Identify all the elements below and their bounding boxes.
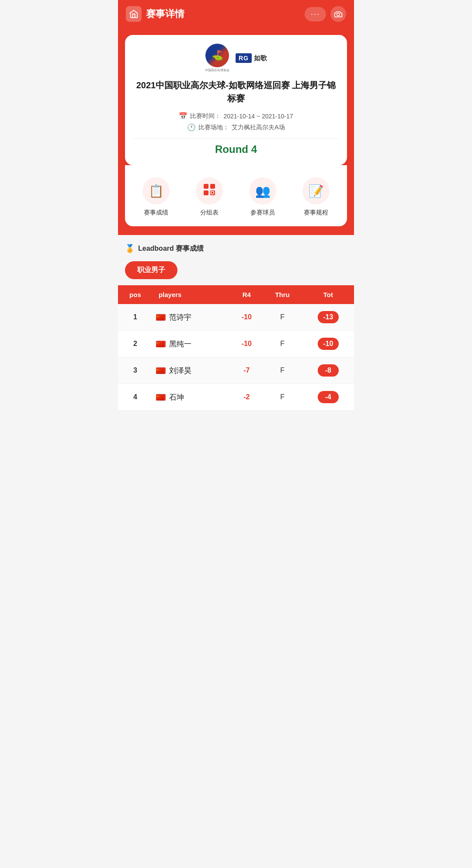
actions-wrap: 📋 赛事成绩 分组表 bbox=[118, 165, 354, 235]
scores-label: 赛事成绩 bbox=[144, 209, 168, 217]
svg-rect-1 bbox=[204, 184, 208, 189]
tot-cell: -4 bbox=[302, 384, 354, 411]
players-label: 参赛球员 bbox=[250, 209, 275, 217]
groups-icon bbox=[203, 183, 216, 199]
home-button[interactable] bbox=[126, 6, 142, 22]
date-value: 2021-10-14 ~ 2021-10-17 bbox=[223, 113, 293, 120]
col-pos: pos bbox=[118, 285, 153, 304]
table-header-row: pos players R4 Thru Tot bbox=[118, 285, 354, 304]
r4-cell: -7 bbox=[231, 357, 262, 384]
leaderboard-table: pos players R4 Thru Tot 1 范诗宇 -10 F -13 bbox=[118, 285, 354, 411]
logos-row: ⛳ 中国高尔夫球协会 RG 如歌 bbox=[134, 44, 338, 73]
action-groups[interactable]: 分组表 bbox=[196, 177, 223, 217]
col-tot: Tot bbox=[302, 285, 354, 304]
cga-circle: ⛳ bbox=[205, 44, 229, 67]
player-name-wrap: 范诗宇 bbox=[156, 312, 227, 322]
rules-icon: 📝 bbox=[309, 184, 324, 198]
tot-cell: -10 bbox=[302, 331, 354, 357]
action-rules[interactable]: 📝 赛事规程 bbox=[302, 177, 330, 217]
svg-rect-3 bbox=[204, 190, 208, 195]
event-title: 2021中国职业高尔夫球-如歌网络巡回赛 上海男子锦标赛 bbox=[134, 79, 338, 105]
player-cell: 石坤 bbox=[153, 384, 231, 411]
cga-text: 中国高尔夫球协会 bbox=[205, 68, 229, 73]
player-name: 范诗宇 bbox=[169, 312, 191, 322]
card-divider bbox=[134, 138, 338, 139]
rules-icon-wrap: 📝 bbox=[302, 177, 330, 204]
thru-cell: F bbox=[262, 357, 302, 384]
player-name-wrap: 刘泽昊 bbox=[156, 366, 227, 376]
player-cell: 黑纯一 bbox=[153, 331, 231, 357]
thru-cell: F bbox=[262, 331, 302, 357]
event-card: ⛳ 中国高尔夫球协会 RG 如歌 2021中国职业高尔夫球-如歌网络巡回赛 上海… bbox=[125, 35, 347, 165]
leaderboard-section: 🏅 Leadboard 赛事成绩 职业男子 pos players R4 Thr… bbox=[118, 235, 354, 411]
player-cell: 范诗宇 bbox=[153, 304, 231, 331]
more-icon: ··· bbox=[311, 10, 320, 19]
col-thru: Thru bbox=[262, 285, 302, 304]
table-row[interactable]: 1 范诗宇 -10 F -13 bbox=[118, 304, 354, 331]
flag-icon bbox=[156, 394, 166, 401]
scores-icon: 📋 bbox=[149, 184, 164, 198]
rules-label: 赛事规程 bbox=[304, 209, 328, 217]
col-r4: R4 bbox=[231, 285, 262, 304]
tot-badge: -4 bbox=[318, 391, 339, 403]
calendar-icon: 📅 bbox=[179, 112, 187, 120]
table-row[interactable]: 2 黑纯一 -10 F -10 bbox=[118, 331, 354, 357]
filter-wrap: 职业男子 bbox=[118, 259, 354, 285]
tot-badge: -8 bbox=[318, 364, 339, 377]
rg-logo: RG 如歌 bbox=[236, 53, 267, 63]
venue-icon: 🕐 bbox=[187, 123, 196, 131]
page-title: 赛事详情 bbox=[146, 7, 184, 21]
app-header: 赛事详情 ··· bbox=[118, 0, 354, 28]
pos-cell: 2 bbox=[118, 331, 153, 357]
section-header: 🏅 Leadboard 赛事成绩 bbox=[118, 242, 354, 259]
player-cell: 刘泽昊 bbox=[153, 357, 231, 384]
players-icon-wrap: 👥 bbox=[249, 177, 276, 204]
tot-badge: -13 bbox=[318, 311, 339, 323]
flag-icon bbox=[156, 314, 166, 321]
action-players[interactable]: 👥 参赛球员 bbox=[249, 177, 276, 217]
venue-label: 比赛场地： bbox=[198, 124, 229, 131]
venue-value: 艾力枫社高尔夫A场 bbox=[232, 124, 285, 131]
pos-cell: 1 bbox=[118, 304, 153, 331]
actions-grid: 📋 赛事成绩 分组表 bbox=[125, 165, 347, 226]
event-card-wrap: ⛳ 中国高尔夫球协会 RG 如歌 2021中国职业高尔夫球-如歌网络巡回赛 上海… bbox=[118, 28, 354, 165]
player-name: 黑纯一 bbox=[169, 339, 191, 349]
table-row[interactable]: 3 刘泽昊 -7 F -8 bbox=[118, 357, 354, 384]
player-name-wrap: 黑纯一 bbox=[156, 339, 227, 349]
rg-name-label: 如歌 bbox=[254, 54, 267, 62]
table-row[interactable]: 4 石坤 -2 F -4 bbox=[118, 384, 354, 411]
leaderboard-title: Leadboard 赛事成绩 bbox=[138, 244, 204, 253]
event-meta: 📅 比赛时间： 2021-10-14 ~ 2021-10-17 🕐 比赛场地： … bbox=[134, 112, 338, 131]
pos-cell: 3 bbox=[118, 357, 153, 384]
player-name-wrap: 石坤 bbox=[156, 392, 227, 402]
rg-box-label: RG bbox=[236, 53, 252, 63]
thru-cell: F bbox=[262, 384, 302, 411]
svg-point-0 bbox=[337, 13, 340, 16]
svg-point-6 bbox=[212, 191, 214, 194]
event-date-row: 📅 比赛时间： 2021-10-14 ~ 2021-10-17 bbox=[179, 112, 293, 120]
r4-cell: -10 bbox=[231, 331, 262, 357]
thru-cell: F bbox=[262, 304, 302, 331]
scores-icon-wrap: 📋 bbox=[142, 177, 170, 204]
flag-icon bbox=[156, 341, 166, 347]
groups-icon-wrap bbox=[196, 177, 223, 204]
r4-cell: -10 bbox=[231, 304, 262, 331]
date-label: 比赛时间： bbox=[190, 112, 221, 120]
tot-cell: -8 bbox=[302, 357, 354, 384]
groups-label: 分组表 bbox=[200, 209, 219, 217]
action-scores[interactable]: 📋 赛事成绩 bbox=[142, 177, 170, 217]
r4-cell: -2 bbox=[231, 384, 262, 411]
leaderboard-icon: 🏅 bbox=[125, 244, 135, 253]
more-button[interactable]: ··· bbox=[305, 7, 326, 21]
filter-button[interactable]: 职业男子 bbox=[125, 261, 177, 279]
camera-button[interactable] bbox=[330, 6, 346, 22]
header-right: ··· bbox=[305, 6, 346, 22]
svg-rect-2 bbox=[210, 184, 215, 189]
tot-badge: -10 bbox=[318, 338, 339, 350]
players-icon: 👥 bbox=[255, 184, 271, 198]
cga-logo: ⛳ 中国高尔夫球协会 bbox=[205, 44, 229, 73]
event-venue-row: 🕐 比赛场地： 艾力枫社高尔夫A场 bbox=[187, 123, 285, 131]
tot-cell: -13 bbox=[302, 304, 354, 331]
header-left: 赛事详情 bbox=[126, 6, 184, 22]
pos-cell: 4 bbox=[118, 384, 153, 411]
